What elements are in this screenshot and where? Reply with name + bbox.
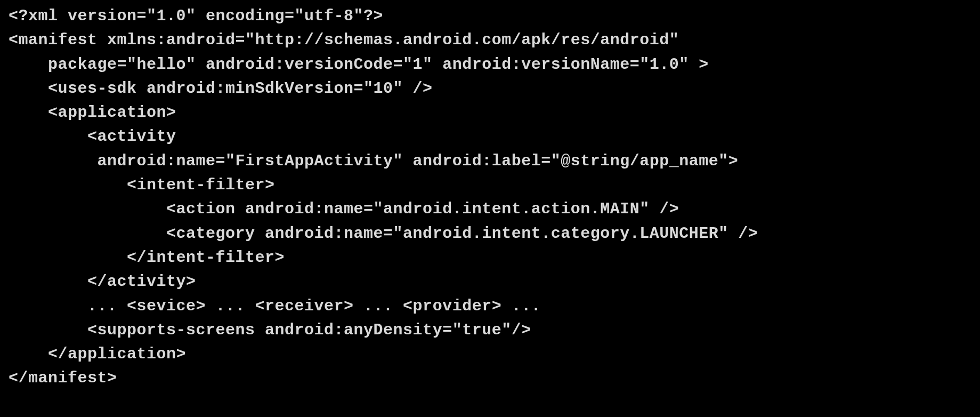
code-line: </activity> (9, 272, 196, 291)
code-line: <supports-screens android:anyDensity="tr… (9, 321, 531, 339)
code-line: ... <sevice> ... <receiver> ... <provide… (9, 297, 541, 315)
code-line: </manifest> (9, 369, 117, 387)
code-line: package="hello" android:versionCode="1" … (9, 55, 709, 74)
xml-code-block: <?xml version="1.0" encoding="utf-8"?> <… (0, 0, 980, 395)
code-line: </application> (9, 345, 186, 363)
code-line: android:name="FirstAppActivity" android:… (9, 152, 738, 170)
code-line: <?xml version="1.0" encoding="utf-8"?> (9, 7, 383, 25)
code-line: <category android:name="android.intent.c… (9, 224, 758, 243)
code-line: <intent-filter> (9, 176, 275, 194)
code-line: <uses-sdk android:minSdkVersion="10" /> (9, 79, 433, 98)
code-line: <action android:name="android.intent.act… (9, 200, 679, 218)
code-line: </intent-filter> (9, 248, 285, 267)
code-line: <application> (9, 103, 176, 122)
code-line: <manifest xmlns:android="http://schemas.… (9, 31, 679, 49)
code-line: <activity (9, 127, 176, 146)
